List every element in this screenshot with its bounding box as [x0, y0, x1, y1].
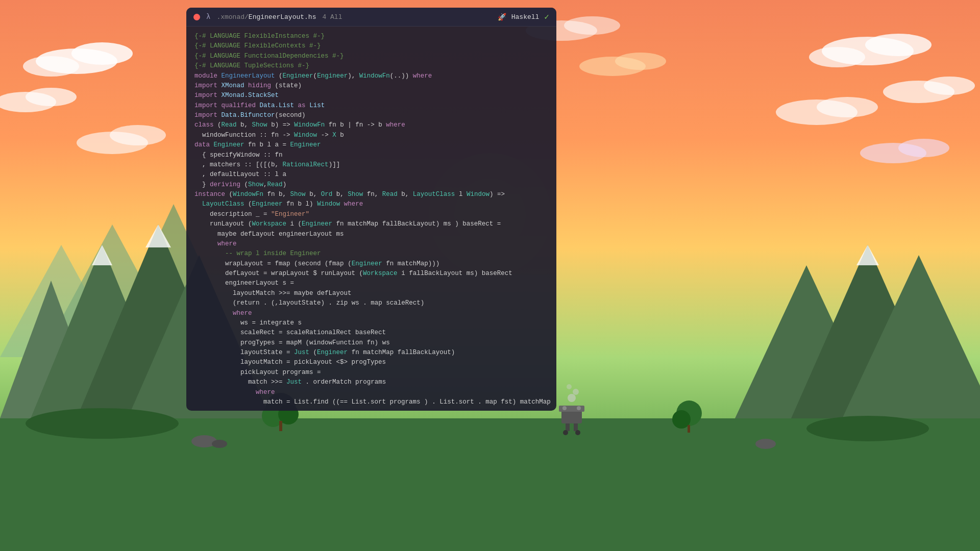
code-line-36: progTypes = mapM (windowFunction fn) ws	[194, 338, 548, 348]
code-line-13: class (Read b, Show b) => WindowFn fn b …	[194, 120, 548, 130]
code-line-33: where	[194, 309, 548, 318]
code-line-17: , matchers :: [([(b, RationalRect)]]	[194, 160, 548, 170]
directory: .xmonad/	[216, 13, 248, 21]
svg-point-16	[817, 97, 878, 117]
svg-point-45	[563, 430, 568, 435]
svg-point-21	[579, 57, 646, 76]
svg-point-4	[71, 42, 133, 65]
svg-marker-23	[0, 245, 122, 357]
svg-point-18	[898, 139, 949, 157]
code-line-2: {-# LANGUAGE FlexibleContexts #-}	[194, 41, 548, 51]
svg-point-9	[110, 125, 166, 145]
code-line-35: scaleRect = scaleRationalRect baseRect	[194, 328, 548, 338]
svg-marker-34	[842, 255, 980, 418]
svg-point-10	[822, 37, 914, 65]
code-line-22: LayoutClass (Engineer fn b l) Window whe…	[194, 199, 548, 209]
code-line-38: layoutMatch = pickLayout <$> progTypes	[194, 358, 548, 367]
svg-point-43	[562, 406, 567, 410]
svg-marker-35	[856, 245, 879, 265]
code-line-9: import XMonad.StackSet	[194, 91, 548, 101]
svg-point-17	[860, 143, 926, 163]
check-icon: ✓	[544, 12, 549, 22]
code-line-34: ws = integrate s	[194, 318, 548, 328]
svg-marker-26	[0, 281, 102, 418]
code-line-19: } deriving (Show,Read)	[194, 180, 548, 190]
code-line-24: runLayout (Workspace i (Engineer fn matc…	[194, 219, 548, 229]
editor-window: λ .xmonad/EngineerLayout.hs 4 All 🚀 Hask…	[186, 8, 556, 411]
code-line-37: layoutState = Just (Engineer fn matchMap…	[194, 348, 548, 358]
svg-point-22	[615, 53, 666, 70]
code-line-16: { specifyWindow :: fn	[194, 151, 548, 160]
code-line-27: -- wrap l inside Engineer	[194, 249, 548, 259]
svg-rect-40	[559, 406, 584, 412]
svg-point-44	[577, 406, 581, 410]
code-line-10: import qualified Data.List as List	[194, 101, 548, 111]
svg-point-46	[575, 430, 580, 435]
file-meta: 4 All	[322, 13, 342, 21]
svg-rect-56	[279, 421, 282, 431]
code-line-29: defLayout = wrapLayout $ runLayout (Work…	[194, 269, 548, 279]
code-line-42: match = List.find ((== List.sort program…	[194, 397, 548, 407]
titlebar-right: 🚀 Haskell ✓	[498, 12, 549, 22]
code-line-21: instance (WindowFn fn b, Show b, Ord b, …	[194, 190, 548, 199]
svg-point-51	[212, 440, 227, 448]
svg-point-11	[865, 34, 932, 56]
svg-point-20	[564, 16, 620, 35]
svg-point-37	[26, 408, 179, 439]
svg-point-58	[672, 410, 691, 429]
titlebar: λ .xmonad/EngineerLayout.hs 4 All 🚀 Hask…	[186, 8, 556, 27]
code-line-28: wrapLayout = fmap (second (fmap (Enginee…	[194, 259, 548, 269]
svg-point-12	[809, 47, 865, 67]
code-line-1: {-# LANGUAGE FlexibleInstances #-}	[194, 32, 548, 41]
svg-point-6	[0, 92, 56, 112]
traffic-light-close[interactable]	[193, 14, 200, 20]
code-line-30: engineerLayout s =	[194, 279, 548, 288]
language-label: Haskell	[511, 13, 540, 21]
svg-marker-33	[791, 245, 944, 418]
code-line-26: where	[194, 239, 548, 249]
rocket-icon: 🚀	[498, 13, 506, 21]
svg-point-50	[191, 435, 217, 447]
svg-marker-31	[145, 224, 171, 247]
code-line-41: where	[194, 388, 548, 397]
svg-point-47	[568, 394, 576, 402]
svg-rect-41	[566, 423, 570, 431]
code-line-11: import Data.Bifunctor(second)	[194, 111, 548, 120]
svg-point-15	[776, 99, 857, 125]
svg-point-13	[883, 81, 954, 103]
svg-marker-32	[735, 265, 878, 418]
code-line-18: , defaultLayout :: l a	[194, 170, 548, 180]
svg-rect-36	[0, 418, 980, 551]
code-line-8: import XMonad hiding (state)	[194, 81, 548, 91]
code-line-5: {-# LANGUAGE TupleSections #-}	[194, 61, 548, 71]
svg-point-38	[806, 416, 929, 441]
svg-point-8	[77, 132, 148, 154]
code-line-31: layoutMatch >>= maybe defLayout	[194, 289, 548, 298]
xmonad-icon: λ	[206, 13, 210, 21]
svg-point-7	[26, 88, 77, 106]
svg-point-3	[36, 48, 117, 74]
code-line-14: windowFunction :: fn -> Window -> X b	[194, 131, 548, 140]
svg-marker-24	[41, 224, 184, 357]
svg-marker-27	[31, 245, 174, 418]
svg-point-48	[573, 389, 579, 395]
code-line-25: maybe defLayout engineerLayout ms	[194, 230, 548, 239]
code-line-23: description _ = "Engineer"	[194, 210, 548, 219]
svg-rect-39	[561, 408, 582, 423]
file-path: .xmonad/EngineerLayout.hs	[216, 13, 316, 21]
code-line-39: pickLayout programs =	[194, 368, 548, 378]
svg-marker-30	[92, 245, 112, 265]
code-line-6: module EngineerLayout (Engineer(Engineer…	[194, 71, 548, 81]
code-content: {-# LANGUAGE FlexibleInstances #-} {-# L…	[186, 27, 556, 407]
svg-point-57	[676, 400, 702, 426]
svg-rect-42	[574, 423, 578, 431]
svg-point-52	[755, 439, 776, 449]
code-line-3: {-# LANGUAGE FunctionalDependencies #-}	[194, 52, 548, 61]
svg-point-14	[924, 77, 975, 95]
code-line-32: (return . (,layoutState) . zip ws . map …	[194, 298, 548, 308]
code-line-40: match >>= Just . orderMatch programs	[194, 378, 548, 387]
svg-rect-59	[688, 425, 690, 433]
svg-point-5	[23, 56, 79, 77]
svg-point-49	[567, 384, 572, 389]
code-line-15: data Engineer fn b l a = Engineer	[194, 140, 548, 150]
